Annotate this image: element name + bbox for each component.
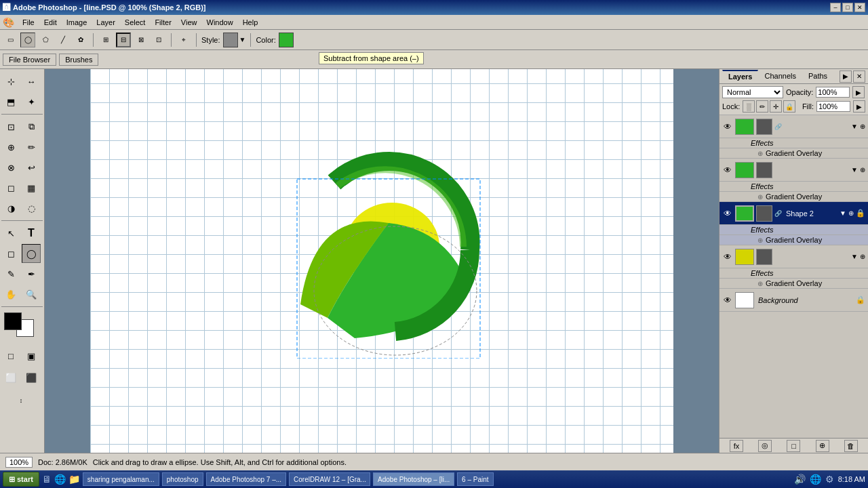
tab-channels[interactable]: Channels (758, 70, 802, 83)
fill-input[interactable] (816, 101, 850, 112)
menu-file[interactable]: File (18, 17, 39, 28)
menu-edit[interactable]: Edit (40, 17, 61, 28)
path-tool[interactable]: ↖ (1, 224, 20, 243)
layer-1-visibility[interactable]: 👁 (722, 121, 733, 132)
file-browser-btn[interactable]: File Browser (3, 54, 56, 66)
ps-logo: 🎨 (3, 17, 14, 28)
color-picker[interactable] (279, 33, 294, 47)
shape-line-btn[interactable]: ╱ (56, 33, 71, 47)
delete-layer-btn[interactable]: 🗑 (844, 440, 858, 452)
dodge-tool[interactable]: ◑ (1, 199, 20, 218)
menu-help[interactable]: Help (239, 17, 262, 28)
brush-tool[interactable]: ✏ (22, 138, 41, 157)
shape-rect-btn[interactable]: ▭ (3, 33, 18, 47)
layer-item-background[interactable]: 👁 Background 🔒 (719, 289, 868, 312)
layer-item-1[interactable]: 👁 🔗 ▼ ⊕ (719, 115, 868, 138)
panel-menu-btn[interactable]: ▶ (840, 70, 852, 83)
taskbar-paint[interactable]: 6 – Paint (457, 472, 493, 486)
add-mask-btn[interactable]: ◎ (758, 440, 772, 452)
blur-tool[interactable]: ◌ (22, 199, 41, 218)
stamp-tool[interactable]: ⊗ (1, 158, 20, 177)
layer-2-visibility[interactable]: 👁 (722, 165, 733, 176)
lock-transparent-btn[interactable]: ░ (743, 100, 755, 113)
canvas-area[interactable] (45, 69, 719, 453)
layer-2-fx: ▼ (851, 166, 858, 174)
shape-intersect-btn[interactable]: ⊠ (134, 33, 149, 47)
type-tool[interactable]: T (22, 224, 41, 243)
layer-4-visibility[interactable]: 👁 (722, 251, 733, 262)
tab-layers[interactable]: Layers (722, 70, 758, 83)
brushes-btn[interactable]: Brushes (59, 54, 98, 66)
sys-icon-3[interactable]: ⚙ (825, 474, 834, 485)
gradient-tool[interactable]: ▦ (22, 178, 41, 197)
taskbar-ps-active[interactable]: Adobe Photoshop – [li... (373, 472, 454, 486)
taskbar-photoshop[interactable]: photoshop (162, 472, 203, 486)
move-tool[interactable]: ⊹ (1, 72, 20, 91)
marquee-tool[interactable]: ⬒ (1, 92, 20, 111)
taskbar-ps7[interactable]: Adobe Photoshop 7 –... (206, 472, 287, 486)
menu-filter[interactable]: Filter (151, 17, 175, 28)
layer-4-effect-name: Gradient Overlay (766, 279, 822, 287)
opacity-arrow[interactable]: ▶ (852, 86, 865, 98)
menu-select[interactable]: Select (121, 17, 150, 28)
zoom-tool[interactable]: 🔍 (22, 285, 41, 304)
menu-image[interactable]: Image (62, 17, 92, 28)
opacity-input[interactable] (816, 87, 850, 98)
vector-tool[interactable]: ◻ (1, 244, 20, 263)
layer-item-2[interactable]: 👁 ▼ ⊕ (719, 159, 868, 182)
new-group-btn[interactable]: □ (787, 440, 800, 452)
hand-tool[interactable]: ✋ (1, 285, 20, 304)
lock-position-btn[interactable]: ✛ (770, 100, 782, 113)
slice-tool[interactable]: ⧉ (22, 117, 41, 136)
shape-ellipse-btn[interactable]: ◯ (20, 33, 35, 47)
history-brush[interactable]: ↩ (22, 158, 41, 177)
fill-arrow[interactable]: ▶ (853, 100, 865, 113)
layer-item-3[interactable]: 👁 🔗 Shape 2 ▼ ⊕ 🔒 (719, 202, 868, 225)
maximize-button[interactable]: □ (842, 3, 853, 12)
lasso-tool[interactable]: ↔ (22, 72, 41, 91)
menu-window[interactable]: Window (203, 17, 237, 28)
screen-mode-2-btn[interactable]: ⬛ (22, 368, 41, 387)
minimize-button[interactable]: – (830, 3, 841, 12)
show-desktop-btn[interactable]: 🖥 (42, 474, 52, 485)
panel-close-btn[interactable]: ✕ (853, 70, 865, 83)
full-screen-btn[interactable]: ⬜ (1, 368, 20, 387)
ie-icon[interactable]: 🌐 (54, 474, 66, 485)
new-layer-btn[interactable]: ⊕ (816, 440, 829, 452)
menu-view[interactable]: View (177, 17, 201, 28)
folder-icon[interactable]: 📁 (68, 474, 80, 485)
shape-add-btn[interactable]: ⊞ (98, 33, 113, 47)
lock-image-btn[interactable]: ✏ (756, 100, 768, 113)
sys-icon-1[interactable]: 🔊 (794, 474, 806, 485)
heal-tool[interactable]: ⊕ (1, 138, 20, 157)
foreground-color[interactable] (4, 312, 22, 330)
layer-3-visibility[interactable]: 👁 (722, 208, 733, 219)
menu-layer[interactable]: Layer (92, 17, 119, 28)
notes-tool[interactable]: ✎ (1, 264, 20, 283)
eraser-tool[interactable]: ◻ (1, 178, 20, 197)
shape-subtract-btn[interactable]: ⊟ (116, 33, 131, 47)
bg-visibility[interactable]: 👁 (722, 295, 733, 306)
eyedropper-tool[interactable]: ✒ (22, 264, 41, 283)
close-button[interactable]: ✕ (854, 3, 865, 12)
standard-mode-btn[interactable]: □ (1, 346, 20, 365)
tab-paths[interactable]: Paths (802, 70, 833, 83)
shape-poly-btn[interactable]: ⬠ (38, 33, 53, 47)
taskbar-sharing[interactable]: sharing pengalaman... (83, 472, 159, 486)
magic-wand-tool[interactable]: ✦ (22, 92, 41, 111)
jump-to-imageready[interactable]: ↕ (1, 391, 41, 410)
start-button[interactable]: ⊞ start (3, 472, 39, 487)
shape-custom-btn[interactable]: ✿ (73, 33, 88, 47)
sys-icon-2[interactable]: 🌐 (810, 474, 821, 485)
style-selector[interactable]: ▼ (223, 33, 246, 47)
ellipse-tool[interactable]: ◯ (22, 244, 41, 263)
blend-mode-select[interactable]: Normal (722, 86, 783, 98)
quick-mask-btn[interactable]: ▣ (22, 346, 41, 365)
shape-exclude-btn[interactable]: ⊡ (151, 33, 166, 47)
lock-all-btn[interactable]: 🔒 (783, 100, 795, 113)
taskbar-coreldraw[interactable]: CorelDRAW 12 – [Gra... (289, 472, 370, 486)
layer-item-4[interactable]: 👁 ▼ ⊕ (719, 245, 868, 268)
crop-tool[interactable]: ⊡ (1, 117, 20, 136)
align-btn[interactable]: ⌖ (176, 33, 191, 47)
layer-styles-btn[interactable]: fx (730, 440, 743, 452)
